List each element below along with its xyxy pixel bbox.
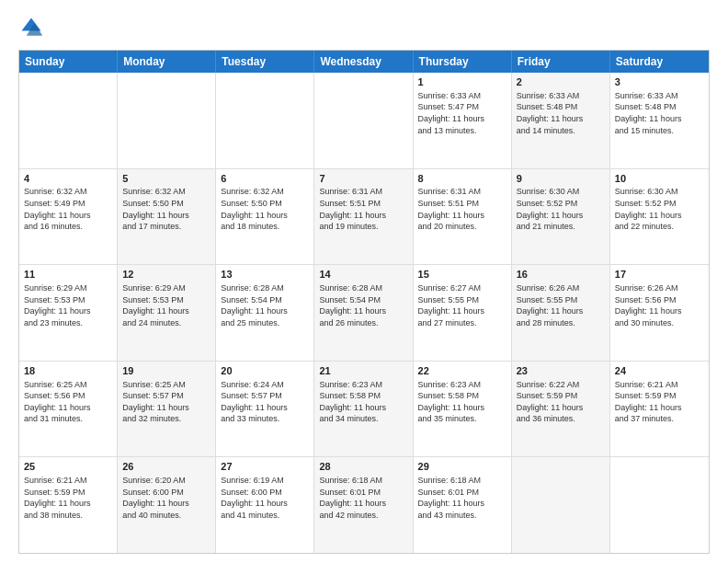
header [18, 15, 710, 40]
calendar-row: 1Sunrise: 6:33 AMSunset: 5:47 PMDaylight… [19, 73, 709, 169]
cell-info: Sunrise: 6:26 AMSunset: 5:55 PMDaylight:… [517, 282, 605, 328]
calendar-cell: 5Sunrise: 6:32 AMSunset: 5:50 PMDaylight… [118, 169, 216, 265]
weekday-header: Monday [118, 51, 216, 73]
cell-info: Sunrise: 6:21 AMSunset: 5:59 PMDaylight:… [24, 475, 112, 521]
page: SundayMondayTuesdayWednesdayThursdayFrid… [0, 0, 728, 563]
calendar-cell: 27Sunrise: 6:19 AMSunset: 6:00 PMDayligh… [216, 457, 314, 553]
calendar-cell: 1Sunrise: 6:33 AMSunset: 5:47 PMDaylight… [414, 73, 512, 168]
cell-info: Sunrise: 6:30 AMSunset: 5:52 PMDaylight:… [615, 186, 704, 232]
calendar-cell [19, 73, 118, 168]
calendar-row: 11Sunrise: 6:29 AMSunset: 5:53 PMDayligh… [19, 265, 709, 362]
day-number: 8 [418, 172, 506, 186]
cell-info: Sunrise: 6:25 AMSunset: 5:57 PMDaylight:… [122, 379, 210, 425]
cell-info: Sunrise: 6:18 AMSunset: 6:01 PMDaylight:… [418, 475, 506, 521]
calendar-cell: 9Sunrise: 6:30 AMSunset: 5:52 PMDaylight… [512, 169, 610, 265]
cell-info: Sunrise: 6:31 AMSunset: 5:51 PMDaylight:… [319, 186, 407, 232]
calendar-cell [314, 73, 413, 168]
calendar-cell: 28Sunrise: 6:18 AMSunset: 6:01 PMDayligh… [314, 457, 413, 553]
cell-info: Sunrise: 6:23 AMSunset: 5:58 PMDaylight:… [319, 379, 407, 425]
cell-info: Sunrise: 6:33 AMSunset: 5:48 PMDaylight:… [615, 90, 704, 136]
calendar-cell: 8Sunrise: 6:31 AMSunset: 5:51 PMDaylight… [414, 169, 512, 265]
day-number: 12 [122, 268, 210, 282]
cell-info: Sunrise: 6:33 AMSunset: 5:48 PMDaylight:… [517, 90, 605, 136]
weekday-header: Thursday [414, 51, 512, 73]
cell-info: Sunrise: 6:28 AMSunset: 5:54 PMDaylight:… [221, 282, 309, 328]
day-number: 20 [221, 364, 309, 378]
cell-info: Sunrise: 6:22 AMSunset: 5:59 PMDaylight:… [517, 379, 605, 425]
cell-info: Sunrise: 6:26 AMSunset: 5:56 PMDaylight:… [615, 282, 704, 328]
calendar-cell: 26Sunrise: 6:20 AMSunset: 6:00 PMDayligh… [118, 457, 216, 553]
day-number: 17 [615, 268, 704, 282]
day-number: 7 [319, 172, 407, 186]
calendar-cell: 6Sunrise: 6:32 AMSunset: 5:50 PMDaylight… [216, 169, 314, 265]
day-number: 6 [221, 172, 309, 186]
cell-info: Sunrise: 6:33 AMSunset: 5:47 PMDaylight:… [418, 90, 506, 136]
day-number: 19 [122, 364, 210, 378]
cell-info: Sunrise: 6:32 AMSunset: 5:49 PMDaylight:… [24, 186, 112, 232]
cell-info: Sunrise: 6:25 AMSunset: 5:56 PMDaylight:… [24, 379, 112, 425]
weekday-header: Tuesday [216, 51, 314, 73]
day-number: 18 [24, 364, 112, 378]
calendar-cell: 15Sunrise: 6:27 AMSunset: 5:55 PMDayligh… [414, 265, 512, 361]
calendar-cell: 19Sunrise: 6:25 AMSunset: 5:57 PMDayligh… [118, 362, 216, 457]
calendar-row: 25Sunrise: 6:21 AMSunset: 5:59 PMDayligh… [19, 457, 709, 553]
calendar-cell: 7Sunrise: 6:31 AMSunset: 5:51 PMDaylight… [314, 169, 413, 265]
day-number: 13 [221, 268, 309, 282]
calendar-cell: 14Sunrise: 6:28 AMSunset: 5:54 PMDayligh… [314, 265, 413, 361]
cell-info: Sunrise: 6:21 AMSunset: 5:59 PMDaylight:… [615, 379, 704, 425]
calendar-cell: 2Sunrise: 6:33 AMSunset: 5:48 PMDaylight… [512, 73, 610, 168]
cell-info: Sunrise: 6:32 AMSunset: 5:50 PMDaylight:… [122, 186, 210, 232]
day-number: 24 [615, 364, 704, 378]
cell-info: Sunrise: 6:31 AMSunset: 5:51 PMDaylight:… [418, 186, 506, 232]
calendar-cell: 4Sunrise: 6:32 AMSunset: 5:49 PMDaylight… [19, 169, 118, 265]
calendar-cell: 13Sunrise: 6:28 AMSunset: 5:54 PMDayligh… [216, 265, 314, 361]
cell-info: Sunrise: 6:18 AMSunset: 6:01 PMDaylight:… [319, 475, 407, 521]
calendar-cell: 23Sunrise: 6:22 AMSunset: 5:59 PMDayligh… [512, 362, 610, 457]
calendar-cell: 11Sunrise: 6:29 AMSunset: 5:53 PMDayligh… [19, 265, 118, 361]
cell-info: Sunrise: 6:24 AMSunset: 5:57 PMDaylight:… [221, 379, 309, 425]
day-number: 11 [24, 268, 112, 282]
calendar-cell [512, 457, 610, 553]
day-number: 2 [517, 75, 605, 89]
day-number: 25 [24, 460, 112, 474]
calendar-body: 1Sunrise: 6:33 AMSunset: 5:47 PMDaylight… [19, 73, 709, 553]
cell-info: Sunrise: 6:28 AMSunset: 5:54 PMDaylight:… [319, 282, 407, 328]
calendar-cell: 12Sunrise: 6:29 AMSunset: 5:53 PMDayligh… [118, 265, 216, 361]
weekday-header: Friday [512, 51, 610, 73]
day-number: 15 [418, 268, 506, 282]
cell-info: Sunrise: 6:27 AMSunset: 5:55 PMDaylight:… [418, 282, 506, 328]
day-number: 27 [221, 460, 309, 474]
day-number: 28 [319, 460, 407, 474]
weekday-header: Saturday [610, 51, 709, 73]
calendar-cell [610, 457, 709, 553]
calendar-cell: 24Sunrise: 6:21 AMSunset: 5:59 PMDayligh… [610, 362, 709, 457]
day-number: 23 [517, 364, 605, 378]
calendar-cell: 18Sunrise: 6:25 AMSunset: 5:56 PMDayligh… [19, 362, 118, 457]
calendar-cell: 16Sunrise: 6:26 AMSunset: 5:55 PMDayligh… [512, 265, 610, 361]
day-number: 10 [615, 172, 704, 186]
day-number: 22 [418, 364, 506, 378]
day-number: 16 [517, 268, 605, 282]
day-number: 1 [418, 75, 506, 89]
day-number: 3 [615, 75, 704, 89]
calendar-row: 4Sunrise: 6:32 AMSunset: 5:49 PMDaylight… [19, 169, 709, 266]
day-number: 29 [418, 460, 506, 474]
calendar-cell: 17Sunrise: 6:26 AMSunset: 5:56 PMDayligh… [610, 265, 709, 361]
calendar: SundayMondayTuesdayWednesdayThursdayFrid… [18, 50, 710, 554]
day-number: 9 [517, 172, 605, 186]
calendar-cell: 22Sunrise: 6:23 AMSunset: 5:58 PMDayligh… [414, 362, 512, 457]
calendar-cell: 10Sunrise: 6:30 AMSunset: 5:52 PMDayligh… [610, 169, 709, 265]
weekday-header: Wednesday [314, 51, 413, 73]
logo [18, 15, 48, 40]
calendar-row: 18Sunrise: 6:25 AMSunset: 5:56 PMDayligh… [19, 362, 709, 458]
cell-info: Sunrise: 6:29 AMSunset: 5:53 PMDaylight:… [122, 282, 210, 328]
calendar-cell [216, 73, 314, 168]
cell-info: Sunrise: 6:29 AMSunset: 5:53 PMDaylight:… [24, 282, 112, 328]
day-number: 21 [319, 364, 407, 378]
cell-info: Sunrise: 6:23 AMSunset: 5:58 PMDaylight:… [418, 379, 506, 425]
calendar-cell: 20Sunrise: 6:24 AMSunset: 5:57 PMDayligh… [216, 362, 314, 457]
cell-info: Sunrise: 6:32 AMSunset: 5:50 PMDaylight:… [221, 186, 309, 232]
day-number: 5 [122, 172, 210, 186]
cell-info: Sunrise: 6:19 AMSunset: 6:00 PMDaylight:… [221, 475, 309, 521]
calendar-cell [118, 73, 216, 168]
